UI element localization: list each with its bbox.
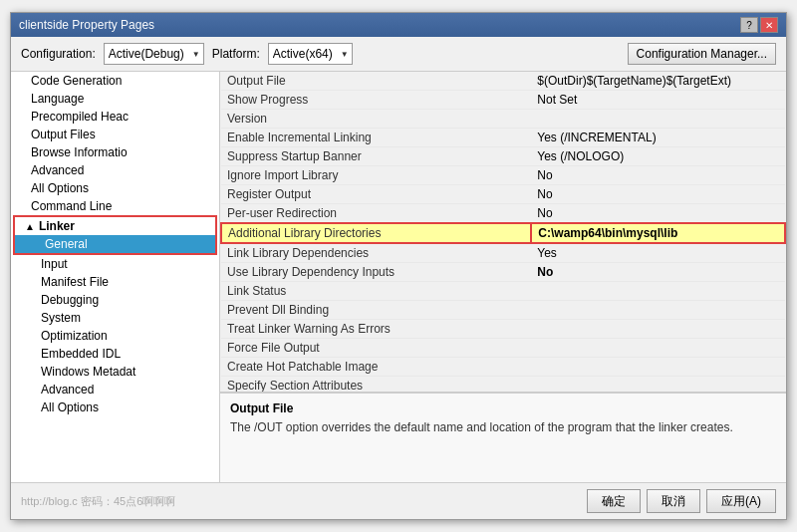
table-row[interactable]: Link Status [221,282,785,301]
property-value: Not Set [531,91,785,110]
platform-select[interactable]: Active(x64) [268,43,353,65]
linker-label: Linker [39,219,75,233]
config-bar: Configuration: Active(Debug) Platform: A… [11,37,786,72]
property-name: Specify Section Attributes [221,377,531,394]
property-pages-window: clientside Property Pages ? ✕ Configurat… [10,12,787,520]
configuration-select[interactable]: Active(Debug) [104,43,204,65]
sidebar-item-manifest[interactable]: Manifest File [11,273,219,291]
sidebar-item-input[interactable]: Input [11,255,219,273]
sidebar: Code Generation Language Precompiled Hea… [11,72,220,482]
sidebar-item-browse[interactable]: Browse Informatio [11,143,219,161]
sidebar-item-all-options2[interactable]: All Options [11,399,219,416]
sidebar-item-output-files[interactable]: Output Files [11,126,219,143]
property-value: No [531,204,785,224]
table-row[interactable]: Per-user RedirectionNo [221,204,785,224]
table-row[interactable]: Show ProgressNot Set [221,91,785,110]
bottom-bar: http://blog.c 密码：45点6啊啊啊 确定 取消 应用(A) [11,482,786,519]
apply-button[interactable]: 应用(A) [706,489,776,513]
window-title: clientside Property Pages [19,18,154,32]
table-row[interactable]: Output File$(OutDir)$(TargetName)$(Targe… [221,72,785,91]
property-value: $(OutDir)$(TargetName)$(TargetExt) [531,72,785,91]
help-button[interactable]: ? [740,17,758,33]
description-text: The /OUT option overrides the default na… [230,419,776,436]
table-row[interactable]: Prevent Dll Binding [221,301,785,320]
sidebar-item-language[interactable]: Language [11,90,219,108]
watermark-text: http://blog.c 密码：45点6啊啊啊 [21,494,175,509]
main-content: Code Generation Language Precompiled Hea… [11,72,786,482]
table-row[interactable]: Treat Linker Warning As Errors [221,320,785,339]
platform-label: Platform: [212,47,260,61]
table-row[interactable]: Enable Incremental LinkingYes (/INCREMEN… [221,129,785,147]
property-value: No [531,166,785,185]
table-row[interactable]: Create Hot Patchable Image [221,358,785,377]
sidebar-item-system[interactable]: System [11,309,219,327]
sidebar-section-linker[interactable]: ▲Linker [15,217,215,235]
sidebar-item-all-options[interactable]: All Options [11,179,219,197]
sidebar-item-advanced2[interactable]: Advanced [11,381,219,399]
property-name: Enable Incremental Linking [221,129,531,147]
property-value: C:\wamp64\bin\mysql\lib [531,223,785,243]
sidebar-item-precompiled[interactable]: Precompiled Heac [11,108,219,126]
property-value: Yes [531,243,785,263]
description-panel: Output File The /OUT option overrides th… [220,393,786,482]
property-name: Link Library Dependencies [221,243,531,263]
linker-arrow-icon: ▲ [25,221,35,232]
title-bar-buttons: ? ✕ [740,17,778,33]
property-value [531,377,785,394]
property-value [531,358,785,377]
property-name: Register Output [221,185,531,204]
sidebar-item-windows-metadata[interactable]: Windows Metadat [11,363,219,381]
property-value: No [531,185,785,204]
sidebar-item-optimization[interactable]: Optimization [11,327,219,345]
linker-section-box: ▲Linker General [13,215,217,255]
cancel-button[interactable]: 取消 [647,489,700,513]
property-name: Per-user Redirection [221,204,531,224]
property-name: Force File Output [221,339,531,358]
property-name: Version [221,110,531,129]
property-name: Show Progress [221,91,531,110]
close-button[interactable]: ✕ [760,17,778,33]
property-name: Output File [221,72,531,91]
property-value: Yes (/NOLOGO) [531,147,785,166]
table-row[interactable]: Use Library Dependency InputsNo [221,263,785,282]
property-value: No [531,263,785,282]
property-name: Use Library Dependency Inputs [221,263,531,282]
configuration-select-wrap[interactable]: Active(Debug) [104,43,204,65]
title-bar: clientside Property Pages ? ✕ [11,13,786,37]
platform-select-wrap[interactable]: Active(x64) [268,43,353,65]
table-row[interactable]: Register OutputNo [221,185,785,204]
property-name: Prevent Dll Binding [221,301,531,320]
property-value [531,301,785,320]
sidebar-item-advanced[interactable]: Advanced [11,161,219,179]
property-name: Create Hot Patchable Image [221,358,531,377]
table-row[interactable]: Link Library DependenciesYes [221,243,785,263]
sidebar-item-debugging[interactable]: Debugging [11,291,219,309]
property-name: Link Status [221,282,531,301]
table-row[interactable]: Version [221,110,785,129]
property-value [531,110,785,129]
property-value [531,339,785,358]
table-row[interactable]: Suppress Startup BannerYes (/NOLOGO) [221,147,785,166]
sidebar-item-command-line[interactable]: Command Line [11,197,219,215]
table-row[interactable]: Specify Section Attributes [221,377,785,394]
table-row[interactable]: Additional Library DirectoriesC:\wamp64\… [221,223,785,243]
property-value [531,282,785,301]
description-title: Output File [230,401,776,415]
table-row[interactable]: Force File Output [221,339,785,358]
table-row[interactable]: Ignore Import LibraryNo [221,166,785,185]
property-value [531,320,785,339]
property-value: Yes (/INCREMENTAL) [531,129,785,147]
config-manager-button[interactable]: Configuration Manager... [628,43,776,65]
property-name: Additional Library Directories [221,223,531,243]
property-name: Suppress Startup Banner [221,147,531,166]
sidebar-item-code-generation[interactable]: Code Generation [11,72,219,90]
properties-grid: Output File$(OutDir)$(TargetName)$(Targe… [220,72,786,393]
ok-button[interactable]: 确定 [587,489,641,513]
property-name: Treat Linker Warning As Errors [221,320,531,339]
sidebar-item-general[interactable]: General [15,235,215,253]
configuration-label: Configuration: [21,47,96,61]
sidebar-item-embedded-idl[interactable]: Embedded IDL [11,345,219,363]
properties-table: Output File$(OutDir)$(TargetName)$(Targe… [220,72,786,393]
right-panel: Output File$(OutDir)$(TargetName)$(Targe… [220,72,786,482]
property-name: Ignore Import Library [221,166,531,185]
